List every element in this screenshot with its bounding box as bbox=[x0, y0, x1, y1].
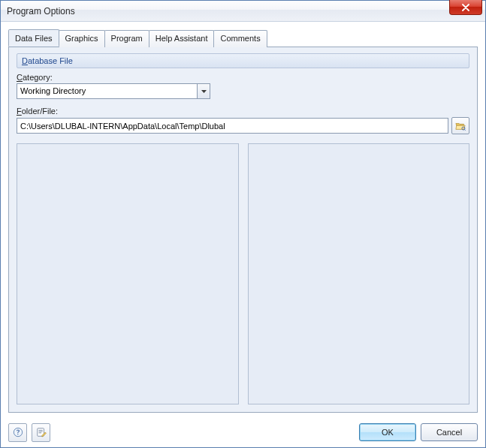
folder-row bbox=[17, 117, 469, 134]
category-combo[interactable]: Working Directory bbox=[17, 83, 210, 99]
combo-caret[interactable] bbox=[197, 84, 210, 98]
chevron-down-icon bbox=[201, 90, 207, 93]
svg-rect-3 bbox=[17, 434, 18, 434]
help-button[interactable] bbox=[8, 423, 27, 442]
folder-input[interactable] bbox=[17, 118, 448, 134]
help-icon bbox=[13, 427, 23, 437]
folder-open-icon bbox=[455, 121, 466, 131]
tab-pane-data-files: Database File Category: Working Director… bbox=[8, 47, 478, 413]
left-panel bbox=[17, 143, 239, 404]
edit-button[interactable] bbox=[32, 423, 50, 442]
tab-program[interactable]: Program bbox=[104, 30, 149, 47]
window-title: Program Options bbox=[7, 6, 75, 17]
svg-line-1 bbox=[464, 129, 465, 130]
category-label: Category: bbox=[17, 73, 469, 82]
tab-comments[interactable]: Comments bbox=[213, 30, 267, 47]
tab-data-files[interactable]: Data Files bbox=[8, 29, 59, 47]
footer-bar: OK Cancel bbox=[1, 417, 485, 447]
cancel-button[interactable]: Cancel bbox=[421, 423, 478, 441]
folder-label: Folder/File: bbox=[17, 107, 469, 116]
category-value: Working Directory bbox=[17, 84, 197, 98]
close-button[interactable] bbox=[449, 0, 482, 15]
right-panel bbox=[248, 143, 470, 404]
close-icon bbox=[462, 4, 469, 11]
tab-strip: Data Files Graphics Program Help Assista… bbox=[8, 29, 478, 47]
tab-graphics[interactable]: Graphics bbox=[59, 30, 105, 47]
tab-help-assistant[interactable]: Help Assistant bbox=[149, 30, 215, 47]
program-options-dialog: Program Options Data Files Graphics Prog… bbox=[0, 0, 486, 448]
titlebar[interactable]: Program Options bbox=[1, 1, 485, 22]
edit-icon bbox=[36, 427, 47, 437]
client-area: Data Files Graphics Program Help Assista… bbox=[1, 22, 485, 417]
group-header-database-file: Database File bbox=[17, 53, 469, 68]
ok-button[interactable]: OK bbox=[359, 423, 416, 441]
browse-button[interactable] bbox=[451, 117, 469, 134]
dual-panels bbox=[17, 143, 469, 404]
